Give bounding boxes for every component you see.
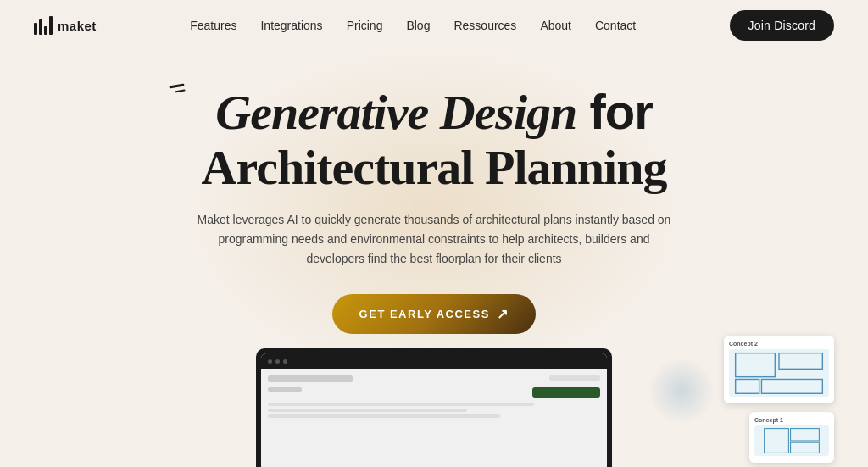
logo-text: maket xyxy=(58,19,97,33)
logo-bar-2 xyxy=(39,19,42,35)
screen-dot-2 xyxy=(275,359,280,364)
concept-card-2: Concept 2 xyxy=(724,336,834,403)
svg-rect-0 xyxy=(736,353,776,377)
nav-link-about[interactable]: About xyxy=(540,19,571,32)
mockup-area: Concept 2 Concept 1 xyxy=(0,331,868,467)
screen-lines xyxy=(268,403,600,418)
svg-rect-4 xyxy=(765,429,789,453)
nav-link-blog[interactable]: Blog xyxy=(406,19,430,32)
cta-button[interactable]: GET EARLY ACCESS ↗ xyxy=(332,294,537,334)
screen-row-1 xyxy=(268,387,600,398)
nav-item-features[interactable]: Features xyxy=(190,18,236,33)
nav-item-ressources[interactable]: Ressources xyxy=(453,18,516,33)
svg-rect-2 xyxy=(736,379,760,393)
concept-2-floorplan xyxy=(729,349,829,397)
hero-title-line2: Architectural Planning xyxy=(202,140,667,195)
logo-bar-4 xyxy=(49,16,53,35)
logo-bar-3 xyxy=(44,26,47,35)
hero-title: Generative Design for Architectural Plan… xyxy=(17,85,851,195)
svg-rect-1 xyxy=(779,353,822,370)
screen-title-block xyxy=(268,375,353,382)
screen-dot-3 xyxy=(283,359,287,364)
laptop-mockup xyxy=(256,348,612,467)
watercolor-decoration xyxy=(648,357,715,425)
nav-item-blog[interactable]: Blog xyxy=(406,18,430,33)
screen-line-1 xyxy=(268,403,534,406)
nav-link-integrations[interactable]: Integrations xyxy=(260,19,322,32)
hero-title-italic: Generative Design xyxy=(215,85,576,140)
concept-1-floorplan xyxy=(754,425,829,456)
nav-item-about[interactable]: About xyxy=(540,18,571,33)
svg-rect-6 xyxy=(791,442,820,453)
join-discord-button[interactable]: Join Discord xyxy=(730,10,834,41)
screen-sub-block xyxy=(549,375,600,381)
laptop-screen xyxy=(261,353,607,467)
svg-rect-3 xyxy=(761,379,822,393)
screen-label-1 xyxy=(268,387,302,392)
nav-link-ressources[interactable]: Ressources xyxy=(453,19,516,32)
concept-1-label: Concept 1 xyxy=(754,417,829,423)
nav-link-pricing[interactable]: Pricing xyxy=(347,19,383,32)
screen-btn-green xyxy=(532,387,600,398)
screen-header-row xyxy=(268,375,600,382)
concept-2-label: Concept 2 xyxy=(729,341,829,347)
screen-dot-1 xyxy=(268,359,272,364)
floorplan-svg-2 xyxy=(729,349,829,397)
logo-icon xyxy=(34,16,53,35)
navbar: maket Features Integrations Pricing Blog… xyxy=(0,0,868,51)
screen-line-3 xyxy=(268,414,500,418)
cta-label: GET EARLY ACCESS xyxy=(359,308,490,320)
nav-link-features[interactable]: Features xyxy=(190,19,236,32)
cta-arrow-icon: ↗ xyxy=(497,306,509,322)
hero-subtitle: Maket leverages AI to quickly generate t… xyxy=(188,210,680,269)
screen-line-2 xyxy=(268,409,467,412)
svg-rect-5 xyxy=(791,429,820,441)
nav-item-integrations[interactable]: Integrations xyxy=(260,18,322,33)
hero-title-rest: for xyxy=(576,84,652,139)
hero-section: Generative Design for Architectural Plan… xyxy=(0,51,868,334)
nav-links: Features Integrations Pricing Blog Resso… xyxy=(190,18,636,33)
nav-item-contact[interactable]: Contact xyxy=(595,18,636,33)
concept-cards-container: Concept 2 Concept 1 xyxy=(724,336,834,463)
nav-link-contact[interactable]: Contact xyxy=(595,19,636,32)
logo-bar-1 xyxy=(34,23,37,35)
screen-content xyxy=(261,369,607,467)
screen-topbar xyxy=(261,353,607,369)
floorplan-svg-1 xyxy=(754,425,829,456)
nav-item-pricing[interactable]: Pricing xyxy=(347,18,383,33)
concept-card-1: Concept 1 xyxy=(749,412,834,463)
logo[interactable]: maket xyxy=(34,16,97,35)
